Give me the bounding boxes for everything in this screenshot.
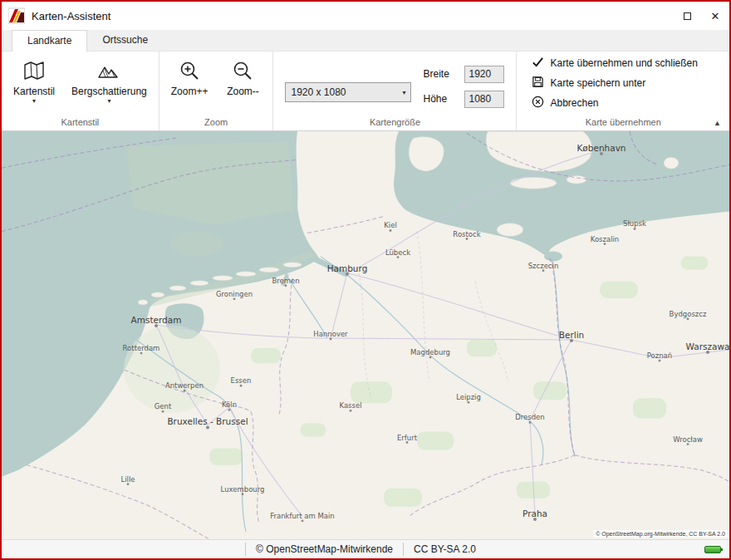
city-label: Kassel bbox=[339, 401, 361, 410]
city-label: Szczecin bbox=[528, 262, 559, 270]
city-label: Słupsk bbox=[623, 219, 646, 228]
ribbon-group-kartenstil: Kartenstil ▾ Bergschattierung ▾ bbox=[2, 52, 159, 130]
hoehe-input[interactable] bbox=[464, 91, 504, 108]
city-label: Hannover bbox=[313, 330, 348, 338]
city-label: Luxembourg bbox=[221, 485, 265, 494]
titlebar: Karten-Assistent ✕ bbox=[2, 2, 729, 30]
city-dot bbox=[162, 410, 164, 413]
city-dot bbox=[302, 520, 304, 523]
city-dot bbox=[687, 318, 689, 321]
zoom-in-button[interactable]: Zoom++ bbox=[163, 55, 217, 97]
city-label: Bremen bbox=[272, 277, 299, 285]
city-label: Frankfurt am Main bbox=[270, 512, 335, 520]
breite-label: Breite bbox=[423, 68, 458, 80]
size-preset-select[interactable]: 1920 x 1080 ▾ bbox=[285, 82, 411, 102]
maximize-icon bbox=[684, 12, 691, 20]
bergschattierung-button[interactable]: Bergschattierung ▾ bbox=[63, 55, 155, 105]
city-dot bbox=[242, 493, 244, 495]
city-dot bbox=[285, 284, 287, 287]
city-label: Kiel bbox=[384, 221, 396, 229]
city-label: Bruxelles - Brussel bbox=[167, 416, 248, 426]
city-dot bbox=[542, 269, 545, 272]
bergschattierung-label: Bergschattierung bbox=[71, 86, 147, 97]
ribbon: Kartenstil ▾ Bergschattierung ▾ bbox=[2, 52, 729, 131]
city-dot bbox=[406, 441, 409, 444]
city-dot bbox=[184, 390, 186, 392]
city-dot bbox=[604, 243, 606, 245]
ribbon-group-zoom: Zoom++ Zoom-- Zoom bbox=[159, 52, 273, 130]
save-as-button[interactable]: Karte speichern unter bbox=[525, 73, 652, 93]
check-icon bbox=[532, 56, 544, 71]
city-label: Essen bbox=[231, 376, 252, 385]
city-label: Rotterdam bbox=[123, 344, 160, 352]
group-caption-zoom: Zoom bbox=[163, 116, 270, 130]
collapse-ribbon-button[interactable]: ▲ bbox=[714, 119, 721, 127]
app-icon bbox=[8, 7, 25, 24]
chevron-down-icon: ▾ bbox=[107, 97, 110, 105]
city-label: Praha bbox=[522, 508, 547, 518]
city-label: Magdeburg bbox=[410, 348, 450, 356]
group-caption-uebernehmen: Karte übernehmen bbox=[520, 116, 726, 130]
ribbon-group-kartengroesse: 1920 x 1080 ▾ Breite Höhe Kartengröße bbox=[272, 52, 516, 130]
cancel-icon bbox=[532, 96, 544, 111]
city-label: Lübeck bbox=[385, 248, 410, 257]
city-dot bbox=[240, 385, 243, 387]
city-label: Wrocław bbox=[673, 435, 703, 444]
zoom-out-button[interactable]: Zoom-- bbox=[216, 55, 269, 97]
city-label: København bbox=[576, 143, 626, 153]
city-dot bbox=[350, 410, 352, 412]
zoom-out-icon bbox=[232, 58, 253, 83]
city-label: Antwerpen bbox=[165, 381, 204, 390]
ribbon-group-uebernehmen: Karte übernehmen und schließen Karte spe… bbox=[516, 52, 729, 130]
close-icon: ✕ bbox=[711, 10, 720, 22]
city-dot bbox=[429, 356, 432, 359]
statusbar: © OpenStreetMap-Mitwirkende CC BY-SA 2.0 bbox=[2, 539, 729, 558]
window-controls: ✕ bbox=[673, 2, 729, 30]
map-canvas[interactable]: KøbenhavnRostockLübeckKielHamburgBremenG… bbox=[2, 131, 729, 539]
save-as-label: Karte speichern unter bbox=[550, 77, 645, 89]
battery-indicator-icon bbox=[704, 546, 721, 553]
hoehe-label: Höhe bbox=[423, 93, 458, 105]
status-license: CC BY-SA 2.0 bbox=[403, 543, 486, 556]
city-label: Koszalin bbox=[591, 235, 619, 243]
size-preset-value: 1920 x 1080 bbox=[291, 86, 402, 98]
group-caption-kartengroesse: Kartengröße bbox=[277, 116, 513, 130]
city-label: Dresden bbox=[515, 413, 544, 421]
city-label: Groningen bbox=[216, 290, 253, 298]
hillshading-icon bbox=[97, 58, 120, 83]
cancel-button[interactable]: Abbrechen bbox=[525, 93, 605, 113]
city-dot bbox=[127, 483, 130, 485]
tab-ortssuche[interactable]: Ortssuche bbox=[87, 30, 163, 51]
city-label: Bydgoszcz bbox=[670, 310, 707, 318]
city-label: Berlin bbox=[559, 330, 584, 340]
city-dot bbox=[634, 228, 636, 230]
tab-landkarte[interactable]: Landkarte bbox=[12, 30, 87, 52]
zoom-out-label: Zoom-- bbox=[227, 86, 259, 97]
karten-assistent-window: Karten-Assistent ✕ Landkarte Ortssuche bbox=[0, 0, 731, 560]
maximize-button[interactable] bbox=[673, 2, 701, 30]
city-dot bbox=[390, 229, 392, 232]
zoom-in-label: Zoom++ bbox=[171, 86, 209, 97]
city-dot bbox=[466, 238, 469, 240]
city-dot bbox=[140, 352, 143, 355]
city-label: Leipzig bbox=[456, 393, 481, 401]
save-icon bbox=[532, 76, 544, 91]
city-dot bbox=[330, 338, 332, 341]
city-dot bbox=[659, 360, 661, 362]
city-label: Lille bbox=[120, 475, 135, 484]
breite-input[interactable] bbox=[464, 66, 504, 83]
city-label: Gent bbox=[155, 402, 172, 410]
kartenstil-button[interactable]: Kartenstil ▾ bbox=[5, 55, 63, 105]
apply-and-close-label: Karte übernehmen und schließen bbox=[550, 57, 697, 69]
status-attribution: © OpenStreetMap-Mitwirkende bbox=[245, 543, 403, 556]
city-dot bbox=[233, 297, 236, 300]
close-button[interactable]: ✕ bbox=[701, 2, 729, 30]
map-image: KøbenhavnRostockLübeckKielHamburgBremenG… bbox=[2, 131, 729, 539]
apply-and-close-button[interactable]: Karte übernehmen und schließen bbox=[525, 53, 704, 73]
kartenstil-label: Kartenstil bbox=[13, 86, 55, 97]
city-label: Amsterdam bbox=[131, 315, 182, 325]
city-label: Warszawa bbox=[686, 341, 729, 351]
chevron-down-icon: ▾ bbox=[402, 89, 405, 96]
group-caption-kartenstil: Kartenstil bbox=[5, 116, 155, 130]
city-label: Köln bbox=[222, 400, 237, 409]
